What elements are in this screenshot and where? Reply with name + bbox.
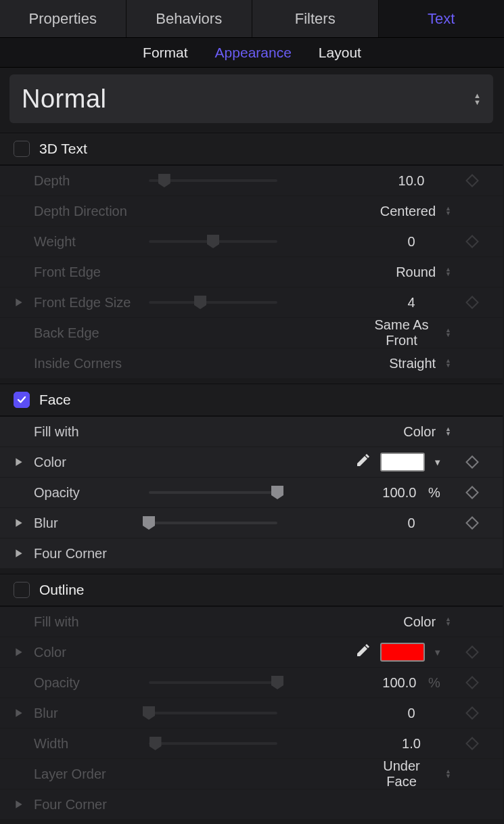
select-inside-corners[interactable]: Straight ▲▼ bbox=[367, 356, 455, 371]
row-face-opacity: Opacity 100.0 % bbox=[0, 477, 503, 507]
keyframe-outline-width[interactable] bbox=[465, 737, 479, 750]
row-face-color: Color ▼ bbox=[0, 447, 503, 477]
section-face: Face Fill with Color ▲▼ Color bbox=[0, 384, 503, 568]
tab-filters[interactable]: Filters bbox=[252, 0, 379, 37]
label-outline-color: Color bbox=[34, 645, 149, 660]
disclosure-outline-color[interactable] bbox=[15, 647, 34, 657]
subtab-format[interactable]: Format bbox=[143, 45, 188, 61]
inspector-scroll-area[interactable]: Normal ▲▼ 3D Text Depth 10.0 Depth Direc… bbox=[0, 68, 504, 824]
label-outline-width: Width bbox=[34, 736, 149, 752]
select-back-edge[interactable]: Same As Front ▲▼ bbox=[367, 317, 455, 348]
checkbox-3d-text[interactable] bbox=[14, 141, 30, 157]
row-outline-four-corner: Four Corner bbox=[0, 789, 503, 819]
preset-label: Normal bbox=[22, 85, 106, 114]
eyedropper-icon[interactable] bbox=[354, 643, 371, 662]
disclosure-face-color[interactable] bbox=[15, 457, 34, 467]
style-preset-popup[interactable]: Normal ▲▼ bbox=[9, 74, 493, 123]
slider-weight[interactable] bbox=[149, 227, 367, 256]
row-front-edge: Front Edge Round ▲▼ bbox=[0, 256, 503, 287]
keyframe-outline-opacity[interactable] bbox=[465, 676, 479, 689]
section-title-outline: Outline bbox=[39, 582, 85, 598]
disclosure-outline-blur[interactable] bbox=[15, 708, 34, 718]
row-face-four-corner: Four Corner bbox=[0, 538, 503, 568]
select-outline-fillwith[interactable]: Color ▲▼ bbox=[367, 614, 455, 630]
select-depth-direction[interactable]: Centered ▲▼ bbox=[367, 204, 455, 219]
row-back-edge: Back Edge Same As Front ▲▼ bbox=[0, 317, 503, 348]
section-header-3d-text: 3D Text bbox=[0, 133, 503, 165]
updown-icon: ▲▼ bbox=[474, 93, 481, 106]
row-weight: Weight 0 bbox=[0, 226, 503, 256]
chevron-down-icon[interactable]: ▼ bbox=[433, 457, 442, 467]
tab-properties[interactable]: Properties bbox=[0, 0, 127, 37]
disclosure-front-edge-size[interactable] bbox=[15, 298, 34, 307]
row-depth: Depth 10.0 bbox=[0, 165, 503, 196]
section-title-3d-text: 3D Text bbox=[39, 141, 87, 157]
label-outline-fillwith: Fill with bbox=[34, 614, 149, 630]
label-face-four-corner: Four Corner bbox=[34, 546, 149, 562]
section-3d-text: 3D Text Depth 10.0 Depth Direction Cente… bbox=[0, 133, 503, 378]
value-outline-width[interactable]: 1.0 bbox=[367, 736, 455, 752]
subtab-layout[interactable]: Layout bbox=[319, 45, 361, 61]
keyframe-depth[interactable] bbox=[465, 174, 479, 187]
value-outline-opacity[interactable]: 100.0 % bbox=[367, 675, 455, 691]
row-front-edge-size: Front Edge Size 4 bbox=[0, 287, 503, 317]
value-depth[interactable]: 10.0 bbox=[367, 173, 455, 189]
slider-outline-blur[interactable] bbox=[149, 698, 367, 728]
value-face-opacity[interactable]: 100.0 % bbox=[367, 485, 455, 501]
select-outline-layer-order[interactable]: Under Face ▲▼ bbox=[367, 758, 455, 789]
label-outline-four-corner: Four Corner bbox=[34, 797, 149, 812]
slider-face-opacity[interactable] bbox=[149, 478, 367, 507]
value-front-edge-size[interactable]: 4 bbox=[367, 295, 455, 311]
select-face-fillwith[interactable]: Color ▲▼ bbox=[367, 424, 455, 440]
disclosure-outline-four-corner[interactable] bbox=[15, 800, 34, 809]
label-inside-corners: Inside Corners bbox=[34, 356, 149, 371]
color-swatch-face[interactable] bbox=[380, 453, 425, 472]
row-outline-layer-order: Layer Order Under Face ▲▼ bbox=[0, 758, 503, 789]
tab-text[interactable]: Text bbox=[379, 0, 505, 37]
value-outline-blur[interactable]: 0 bbox=[367, 706, 455, 721]
main-tab-bar: Properties Behaviors Filters Text bbox=[0, 0, 504, 38]
section-header-outline: Outline bbox=[0, 574, 503, 606]
select-front-edge[interactable]: Round ▲▼ bbox=[367, 265, 455, 280]
tab-behaviors[interactable]: Behaviors bbox=[127, 0, 253, 37]
row-outline-blur: Blur 0 bbox=[0, 697, 503, 728]
color-swatch-outline[interactable] bbox=[380, 643, 425, 662]
chevron-down-icon[interactable]: ▼ bbox=[433, 647, 442, 658]
checkbox-face[interactable] bbox=[14, 392, 30, 408]
label-face-color: Color bbox=[34, 455, 149, 470]
value-weight[interactable]: 0 bbox=[367, 234, 455, 250]
value-face-blur[interactable]: 0 bbox=[367, 516, 455, 531]
section-title-face: Face bbox=[39, 392, 71, 408]
keyframe-weight[interactable] bbox=[465, 235, 479, 248]
keyframe-face-color[interactable] bbox=[465, 455, 479, 469]
keyframe-outline-color[interactable] bbox=[465, 645, 479, 659]
row-face-blur: Blur 0 bbox=[0, 507, 503, 538]
keyframe-outline-blur[interactable] bbox=[465, 706, 479, 720]
keyframe-front-edge-size[interactable] bbox=[465, 296, 479, 309]
keyframe-face-blur[interactable] bbox=[465, 516, 479, 530]
label-face-fillwith: Fill with bbox=[34, 424, 149, 440]
row-face-fillwith: Fill with Color ▲▼ bbox=[0, 416, 503, 447]
disclosure-face-four-corner[interactable] bbox=[15, 549, 34, 558]
section-outline: Outline Fill with Color ▲▼ Color bbox=[0, 574, 503, 819]
subtab-appearance[interactable]: Appearance bbox=[215, 45, 292, 61]
row-outline-width: Width 1.0 bbox=[0, 728, 503, 758]
checkbox-outline[interactable] bbox=[14, 582, 30, 598]
row-depth-direction: Depth Direction Centered ▲▼ bbox=[0, 196, 503, 226]
eyedropper-icon[interactable] bbox=[354, 453, 371, 472]
slider-face-blur[interactable] bbox=[149, 508, 367, 538]
row-outline-fillwith: Fill with Color ▲▼ bbox=[0, 606, 503, 637]
section-header-face: Face bbox=[0, 384, 503, 416]
slider-front-edge-size[interactable] bbox=[149, 288, 367, 317]
label-weight: Weight bbox=[34, 234, 149, 250]
disclosure-face-blur[interactable] bbox=[15, 518, 34, 528]
sub-tab-bar: Format Appearance Layout bbox=[0, 38, 504, 68]
slider-outline-width[interactable] bbox=[149, 729, 367, 758]
row-inside-corners: Inside Corners Straight ▲▼ bbox=[0, 348, 503, 378]
slider-outline-opacity[interactable] bbox=[149, 668, 367, 697]
label-depth: Depth bbox=[34, 173, 149, 189]
label-back-edge: Back Edge bbox=[34, 325, 149, 341]
label-depth-direction: Depth Direction bbox=[34, 204, 149, 219]
slider-depth[interactable] bbox=[149, 166, 367, 196]
keyframe-face-opacity[interactable] bbox=[465, 486, 479, 499]
